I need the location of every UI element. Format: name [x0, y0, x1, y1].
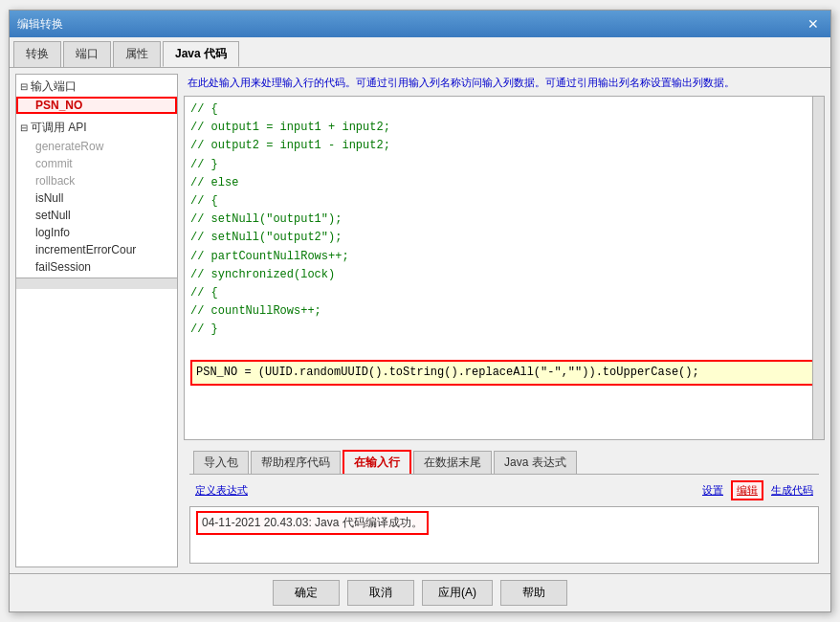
tab-property[interactable]: 属性 [113, 41, 161, 67]
tree-item-loginfo[interactable]: logInfo [16, 224, 177, 241]
bottom-tab-bar: 导入包 帮助程序代码 在输入行 在数据末尾 Java 表达式 [189, 448, 819, 475]
expression-bar: 定义表达式 设置 编辑 生成代码 [189, 478, 819, 502]
code-line-9: // synchronized(lock) [190, 266, 818, 284]
api-label: 可调用 API [31, 120, 87, 136]
code-line-8: // partCountNullRows++; [190, 248, 818, 266]
cancel-button[interactable]: 取消 [347, 580, 414, 606]
tab-on-end[interactable]: 在数据末尾 [413, 451, 492, 474]
tab-java-code[interactable]: Java 代码 [163, 41, 239, 67]
api-section: ⊟ 可调用 API generateRow commit rollback is… [16, 116, 177, 278]
code-line-0: // { [190, 100, 818, 119]
main-tab-bar: 转换 端口 属性 Java 代码 [10, 37, 830, 68]
tab-on-input[interactable]: 在输入行 [343, 450, 411, 474]
input-port-header[interactable]: ⊟ 输入端口 [16, 77, 177, 97]
expand-icon: ⊟ [20, 81, 28, 92]
log-entry: 04-11-2021 20.43.03: Java 代码编译成功。 [196, 511, 429, 535]
tree-item-failsession[interactable]: failSession [16, 258, 177, 276]
log-area: 04-11-2021 20.43.03: Java 代码编译成功。 [189, 506, 819, 564]
main-window: 编辑转换 ✕ 转换 端口 属性 Java 代码 ⊟ 输入端口 PSN_NO ⊟ [9, 10, 831, 612]
code-line-6: // setNull("output1"); [190, 211, 818, 229]
help-button[interactable]: 帮助 [500, 580, 567, 606]
define-expression-link[interactable]: 定义表达式 [195, 483, 248, 498]
right-panel: 在此处输入用来处理输入行的代码。可通过引用输入列名称访问输入列数据。可通过引用输… [184, 74, 825, 567]
window-title: 编辑转换 [17, 16, 63, 33]
code-line-10: // { [190, 284, 818, 302]
code-line-7: // setNull("output2"); [190, 229, 818, 247]
tab-import[interactable]: 导入包 [193, 451, 249, 474]
set-button[interactable]: 设置 [702, 483, 723, 498]
tree-item-generaterow[interactable]: generateRow [16, 138, 177, 155]
description-text: 在此处输入用来处理输入行的代码。可通过引用输入列名称访问输入列数据。可通过引用输… [184, 74, 825, 92]
title-bar: 编辑转换 ✕ [10, 11, 830, 37]
generate-button[interactable]: 生成代码 [771, 483, 813, 498]
code-area[interactable]: // { // output1 = input1 + input2; // ou… [185, 97, 824, 439]
main-content: ⊟ 输入端口 PSN_NO ⊟ 可调用 API generateRow comm… [10, 68, 830, 573]
input-port-section: ⊟ 输入端口 PSN_NO [16, 75, 177, 116]
tab-java-expr[interactable]: Java 表达式 [494, 451, 577, 474]
code-line-1: // output1 = input1 + input2; [190, 119, 818, 137]
tree-item-rollback[interactable]: rollback [16, 172, 177, 189]
code-line-4: // else [190, 174, 818, 192]
tree-item-psn-no[interactable]: PSN_NO [16, 97, 177, 114]
input-port-label: 输入端口 [31, 78, 77, 95]
vertical-scrollbar[interactable] [812, 97, 824, 439]
horizontal-scrollbar[interactable] [16, 278, 177, 289]
expr-buttons-group: 设置 编辑 生成代码 [702, 480, 813, 500]
api-section-header[interactable]: ⊟ 可调用 API [16, 118, 177, 138]
tab-port[interactable]: 端口 [63, 41, 111, 67]
expand-icon-api: ⊟ [20, 122, 28, 133]
apply-button[interactable]: 应用(A) [422, 580, 493, 606]
left-tree-panel: ⊟ 输入端口 PSN_NO ⊟ 可调用 API generateRow comm… [15, 74, 178, 567]
code-line-3: // } [190, 156, 818, 174]
code-line-2: // output2 = input1 - input2; [190, 137, 818, 155]
tab-convert[interactable]: 转换 [13, 41, 61, 67]
highlighted-code-line[interactable]: PSN_NO = (UUID.randomUUID().toString().r… [190, 360, 818, 386]
tab-helper[interactable]: 帮助程序代码 [251, 451, 341, 474]
code-line-11: // countNullRows++; [190, 302, 818, 321]
edit-button[interactable]: 编辑 [731, 480, 763, 500]
footer: 确定 取消 应用(A) 帮助 [10, 573, 830, 611]
tree-item-incrementerrorcour[interactable]: incrementErrorCour [16, 241, 177, 258]
code-line-5: // { [190, 192, 818, 211]
code-editor[interactable]: // { // output1 = input1 + input2; // ou… [184, 96, 825, 440]
ok-button[interactable]: 确定 [273, 580, 340, 606]
tree-item-isnull[interactable]: isNull [16, 189, 177, 207]
bottom-section: 导入包 帮助程序代码 在输入行 在数据末尾 Java 表达式 定义表达式 设置 … [184, 444, 825, 567]
tree-item-commit[interactable]: commit [16, 155, 177, 172]
code-line-12: // } [190, 321, 818, 339]
tree-item-setnull[interactable]: setNull [16, 207, 177, 224]
close-button[interactable]: ✕ [804, 14, 823, 33]
